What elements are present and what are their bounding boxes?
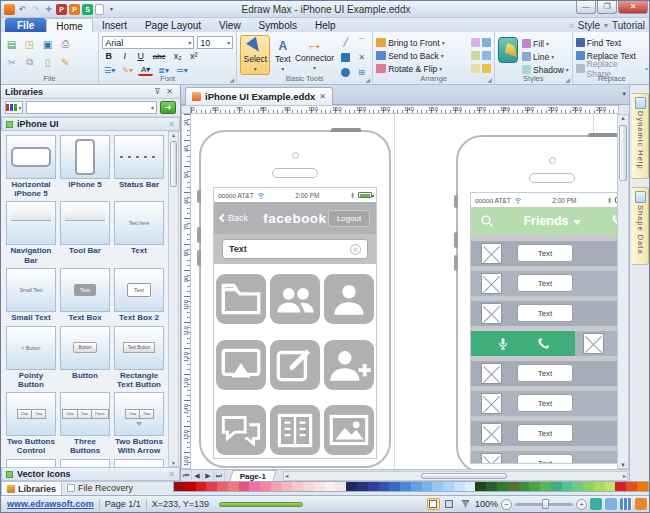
palette-swatch[interactable] — [239, 482, 250, 491]
palette-swatch[interactable] — [282, 482, 293, 491]
close-document-icon[interactable]: ✕ — [319, 92, 326, 101]
line-tool-button[interactable]: ╱ — [338, 35, 353, 49]
friend-row-actions[interactable]: Text — [471, 331, 619, 356]
pin-panel-button[interactable]: ⊽ — [151, 87, 163, 96]
styles-dialog-launcher[interactable]: ◢ — [565, 76, 570, 83]
palette-swatch[interactable] — [292, 482, 303, 491]
text-button[interactable]: Text — [517, 364, 573, 382]
tab-libraries[interactable]: Libraries — [1, 481, 62, 495]
palette-swatch[interactable] — [206, 482, 217, 491]
font-family-combo[interactable]: Arial▾ — [102, 36, 194, 49]
image-placeholder[interactable] — [481, 393, 502, 414]
strikethrough-button[interactable]: abc — [150, 52, 168, 61]
library-section-iphone-ui[interactable]: iPhone UI ✕ — [1, 117, 180, 131]
print-button[interactable]: ⎙ — [58, 37, 73, 51]
stencil-text-box-2[interactable]: TextText Box 2 — [114, 268, 164, 323]
rotate-flip-button[interactable]: Rotate & Flip — [388, 64, 437, 74]
palette-swatch[interactable] — [562, 482, 573, 491]
image-placeholder[interactable] — [481, 363, 502, 384]
arc-tool-button[interactable]: ⌒ — [354, 35, 369, 49]
friend-row[interactable]: Text — [471, 271, 619, 296]
palette-swatch[interactable] — [454, 482, 465, 491]
grid-toggle-button[interactable] — [620, 498, 632, 510]
underline-button[interactable]: U — [134, 51, 147, 61]
grid-button[interactable] — [471, 64, 480, 73]
cut-button[interactable]: ✂ — [4, 55, 19, 69]
image-placeholder[interactable] — [583, 333, 604, 354]
tab-dynamic-help[interactable]: Dynamic Help — [632, 93, 649, 179]
display-app-button[interactable] — [216, 340, 266, 390]
palette-swatch[interactable] — [217, 482, 228, 491]
image-placeholder[interactable] — [481, 273, 502, 294]
palette-swatch[interactable] — [432, 482, 443, 491]
color-palette[interactable] — [173, 481, 649, 492]
stencil-tool-bar[interactable]: Tool Bar — [60, 201, 110, 264]
user-app-button[interactable] — [324, 274, 374, 324]
text-tool-button[interactable]: A Text▾ — [272, 35, 292, 75]
save-button[interactable]: ▣ — [40, 37, 55, 51]
palette-swatch[interactable] — [583, 482, 594, 491]
rectangle-tool-button[interactable] — [338, 50, 353, 64]
palette-swatch[interactable] — [508, 482, 519, 491]
align-left-button[interactable] — [482, 38, 491, 47]
phone-icon[interactable] — [535, 336, 551, 352]
palette-swatch[interactable] — [637, 482, 648, 491]
new-document-button[interactable]: ▤ — [4, 37, 19, 51]
mic-icon[interactable] — [495, 336, 511, 352]
stencil-navigation-bar[interactable]: Navigation Bar — [6, 201, 56, 264]
drawing-canvas[interactable]: ooooo AT&T 2:00 PM Back facebook Logout — [191, 114, 619, 469]
palette-swatch[interactable] — [357, 482, 368, 491]
palette-swatch[interactable] — [346, 482, 357, 491]
folder-app-button[interactable] — [216, 274, 266, 324]
style-menu[interactable]: Style — [578, 20, 600, 31]
line-button[interactable]: Line — [533, 52, 549, 62]
palette-swatch[interactable] — [303, 482, 314, 491]
clear-field-icon[interactable]: ✕ — [350, 244, 361, 255]
palette-swatch[interactable] — [368, 482, 379, 491]
useradd-app-button[interactable] — [324, 340, 374, 390]
chat-app-button[interactable] — [216, 405, 266, 455]
palette-swatch[interactable] — [379, 482, 390, 491]
friend-row[interactable]: Text — [471, 451, 619, 463]
copy-button[interactable]: ⧉ — [22, 55, 37, 69]
close-library-icon[interactable]: ✕ — [168, 120, 175, 129]
palette-swatch[interactable] — [185, 482, 196, 491]
zoom-out-button[interactable]: − — [501, 499, 512, 510]
palette-swatch[interactable] — [411, 482, 422, 491]
ribbon-tab-help[interactable]: Help — [306, 18, 345, 32]
ribbon-tab-file[interactable]: File — [5, 18, 46, 32]
palette-swatch[interactable] — [465, 482, 476, 491]
stencil-horizontal-iphone-5[interactable]: Horizontal iPhone 5 — [6, 135, 56, 198]
canvas-vertical-scrollbar[interactable]: ▲▼ — [617, 114, 629, 469]
palette-swatch[interactable] — [271, 482, 282, 491]
photo-app-button[interactable] — [324, 405, 374, 455]
group-shapes-button[interactable] — [471, 38, 480, 47]
center-button[interactable] — [482, 51, 491, 60]
stencil-two-buttons-with-arrow[interactable]: OneTwoTwo Buttons With Arrow — [114, 392, 164, 455]
logout-button[interactable]: Logout — [328, 210, 370, 227]
page-tab[interactable]: Page-1 — [229, 470, 277, 481]
palette-swatch[interactable] — [196, 482, 207, 491]
palette-swatch[interactable] — [475, 482, 486, 491]
text-input[interactable]: Text ✕ — [222, 239, 368, 259]
ribbon-tab-page-layout[interactable]: Page Layout — [136, 18, 210, 32]
ribbon-tab-insert[interactable]: Insert — [93, 18, 136, 32]
palette-swatch[interactable] — [605, 482, 616, 491]
font-dialog-launcher[interactable]: ◢ — [230, 76, 235, 83]
fill-button[interactable]: Fill — [533, 39, 544, 49]
ribbon-tab-symbols[interactable]: Symbols — [250, 18, 306, 32]
distribute-button[interactable] — [471, 51, 480, 60]
subscript-button[interactable]: x₂ — [171, 51, 184, 61]
friend-row[interactable]: Text — [471, 361, 619, 386]
zoom-slider[interactable] — [515, 503, 573, 506]
friend-row[interactable]: Text — [471, 391, 619, 416]
font-size-combo[interactable]: 10▾ — [197, 36, 233, 49]
lock-button[interactable] — [482, 64, 491, 73]
palette-swatch[interactable] — [400, 482, 411, 491]
basic-tools-dialog-launcher[interactable]: ◢ — [366, 76, 371, 83]
bring-to-front-button[interactable]: Bring to Front — [388, 38, 440, 48]
palette-swatch[interactable] — [335, 482, 346, 491]
stencil-status-bar[interactable]: Status Bar — [114, 135, 164, 198]
presentation-view-button[interactable] — [459, 498, 472, 510]
fullscreen-button[interactable] — [635, 498, 647, 510]
